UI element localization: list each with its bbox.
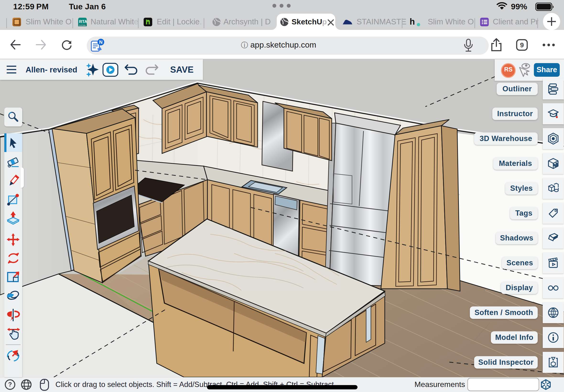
svg-text:RTA: RTA <box>79 19 87 24</box>
svg-text:N: N <box>99 40 103 45</box>
svg-text:9: 9 <box>520 41 524 49</box>
svg-text:?: ? <box>8 381 12 388</box>
svg-text:OLESAL: OLESAL <box>79 24 86 26</box>
